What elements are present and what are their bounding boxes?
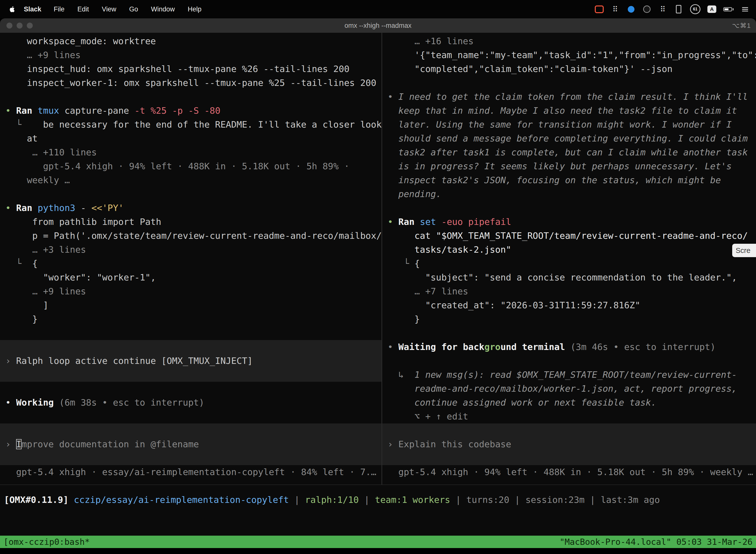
terminal-line: › Explain this codebase [382, 437, 756, 451]
terminal-line: "worker": "worker-1", [0, 271, 381, 284]
terminal-line: gpt-5.4 xhigh · 94% left · 488K in · 5.1… [382, 465, 756, 479]
menu-bar: Slack FileEditViewGoWindowHelp ⠿⠿61A [0, 0, 756, 18]
terminal-line: gpt-5.4 xhigh · 94% left · 488K in · 5.1… [0, 159, 381, 173]
terminal-line: p = Path('.omx/state/team/review-current… [0, 229, 381, 243]
terminal-line: › Ralph loop active continue [OMX_TMUX_I… [0, 354, 381, 368]
pane-right[interactable]: … +16 lines '{"team_name":"my-team","tas… [382, 33, 756, 485]
terminal-line: … +9 lines [0, 48, 381, 62]
terminal-line [0, 368, 381, 382]
terminal-line: later. Using the same for transition mig… [382, 118, 756, 131]
terminal-line: task2 after task1 is complete, but can I… [382, 146, 756, 159]
terminal-line: workspace_mode: worktree [0, 34, 381, 48]
menu-item-file[interactable]: File [47, 5, 71, 13]
window-shortcut-hint: ⌥⌘1 [732, 22, 751, 30]
screen-overlay-tooltip[interactable]: Scre [732, 244, 756, 257]
terminal-line: '{"team_name":"my-team","task_id":"1","f… [382, 48, 756, 62]
terminal-line [382, 201, 756, 215]
terminal-line: tasks/task-2.json" [382, 243, 756, 257]
keyboard-grid-icon[interactable]: ⠿ [611, 4, 620, 15]
apple-menu-icon[interactable] [8, 5, 16, 13]
terminal-line: … +7 lines [382, 284, 756, 298]
terminal-line [382, 424, 756, 437]
desktop: Slack FileEditViewGoWindowHelp ⠿⠿61A omx… [0, 0, 756, 554]
menu-item-help[interactable]: Help [181, 5, 208, 13]
terminal-line: ⌥ + ↑ edit [382, 409, 756, 424]
launchpad-grid-icon[interactable]: ⠿ [658, 4, 667, 15]
terminal-line: "subject": "send a concise recommendatio… [382, 271, 756, 284]
terminal-line: • I need to get the claim token from the… [382, 90, 756, 104]
menu-item-edit[interactable]: Edit [71, 5, 96, 13]
terminal-line: … +16 lines [382, 34, 756, 48]
terminal-line: readme-and-reco/mailbox/worker-1.json, a… [382, 382, 756, 396]
terminal-line: } [0, 312, 381, 326]
terminal-line [382, 451, 756, 465]
pane-left[interactable]: workspace_mode: worktree … +9 lines insp… [0, 33, 381, 485]
menu-status-icons: ⠿⠿61A [595, 4, 750, 15]
menu-items: FileEditViewGoWindowHelp [47, 5, 208, 13]
blue-app-icon[interactable] [627, 4, 635, 15]
terminal-line: • Ran set -euo pipefail [382, 215, 756, 229]
terminal-line: └ { [382, 257, 756, 271]
screen-recording-stop-icon[interactable] [595, 4, 604, 15]
battery-gauge-icon[interactable]: 61 [690, 4, 700, 14]
minimize-button[interactable] [17, 22, 22, 29]
close-button[interactable] [6, 22, 12, 29]
terminal-line [0, 326, 381, 340]
terminal-line: is in progress? It seems likely but perh… [382, 159, 756, 173]
window-title: omx --xhigh --madmax [344, 22, 412, 30]
terminal-line: › Improve documentation in @filename [0, 437, 381, 451]
zoom-button[interactable] [27, 22, 33, 29]
terminal-line: • Working (6m 38s • esc to interrupt) [0, 396, 381, 409]
omx-status-line: [OMX#0.11.9] cczip/essay/ai-reimplementa… [0, 485, 756, 536]
terminal-line: should send a message before completing … [382, 131, 756, 146]
terminal-line: } [382, 312, 756, 326]
bottom-gap [0, 548, 756, 554]
terminal-line: pending. [382, 187, 756, 201]
terminal-line: ] [0, 298, 381, 312]
terminal-line: cat "$OMX_TEAM_STATE_ROOT/team/review-cu… [382, 229, 756, 243]
terminal-line: └ { [0, 257, 381, 271]
terminal-line: inspect task2's JSON, focusing on the st… [382, 173, 756, 187]
dark-app-icon[interactable] [642, 4, 651, 15]
terminal-line [0, 90, 381, 104]
traffic-lights [6, 22, 33, 29]
terminal-line [382, 354, 756, 368]
terminal-line: • Waiting for background terminal (3m 46… [382, 340, 756, 354]
terminal-line: • Ran tmux capture-pane -t %25 -p -S -80 [0, 104, 381, 118]
terminal-line: └ be necessary for the end of the README… [0, 118, 381, 131]
terminal-line: • Ran python3 - <<'PY' [0, 201, 381, 215]
terminal-line: keep that in mind. Maybe I also need the… [382, 104, 756, 118]
terminal-line [382, 326, 756, 340]
terminal-line: gpt-5.4 xhigh · essay/ai-reimplementatio… [0, 465, 381, 479]
battery-icon[interactable] [723, 4, 734, 15]
tmux-panes: workspace_mode: worktree … +9 lines insp… [0, 33, 756, 485]
terminal-line: continue assigned work or next feasible … [382, 396, 756, 409]
terminal-window: omx --xhigh --madmax ⌥⌘1 workspace_mode:… [0, 18, 756, 554]
terminal-line [0, 187, 381, 201]
terminal-line [0, 409, 381, 424]
terminal-line [382, 76, 756, 90]
tmux-status-bar: [omx-cczip0:bash* "MacBook-Pro-44.local"… [0, 536, 756, 548]
terminal-line: "completed","claim_token":"claim-token"}… [382, 62, 756, 76]
input-source-icon[interactable]: A [707, 5, 716, 13]
phone-icon[interactable] [674, 4, 683, 15]
terminal-line: … +9 lines [0, 284, 381, 298]
terminal-line: inspect_hud: omx sparkshell --tmux-pane … [0, 62, 381, 76]
terminal-line [0, 340, 381, 354]
terminal-line: … +110 lines [0, 146, 381, 159]
window-title-bar[interactable]: omx --xhigh --madmax ⌥⌘1 [0, 18, 756, 33]
terminal-line: "created_at": "2026-03-31T11:59:27.816Z" [382, 298, 756, 312]
menu-item-go[interactable]: Go [123, 5, 145, 13]
tmux-session-label: [omx-cczip0:bash* [3, 537, 90, 547]
menu-item-view[interactable]: View [96, 5, 123, 13]
control-center-lines-icon[interactable] [741, 4, 750, 15]
terminal-line: ↳ 1 new msg(s): read $OMX_TEAM_STATE_ROO… [382, 368, 756, 382]
active-app-menu[interactable]: Slack [24, 5, 47, 13]
terminal-line [0, 451, 381, 465]
tmux-host-time-label: "MacBook-Pro-44.local" 05:03 31-Mar-26 [560, 537, 753, 547]
terminal-line [0, 424, 381, 437]
terminal-line: at [0, 131, 381, 146]
terminal-line [0, 382, 381, 396]
menu-item-window[interactable]: Window [145, 5, 181, 13]
terminal-line: weekly … [0, 173, 381, 187]
